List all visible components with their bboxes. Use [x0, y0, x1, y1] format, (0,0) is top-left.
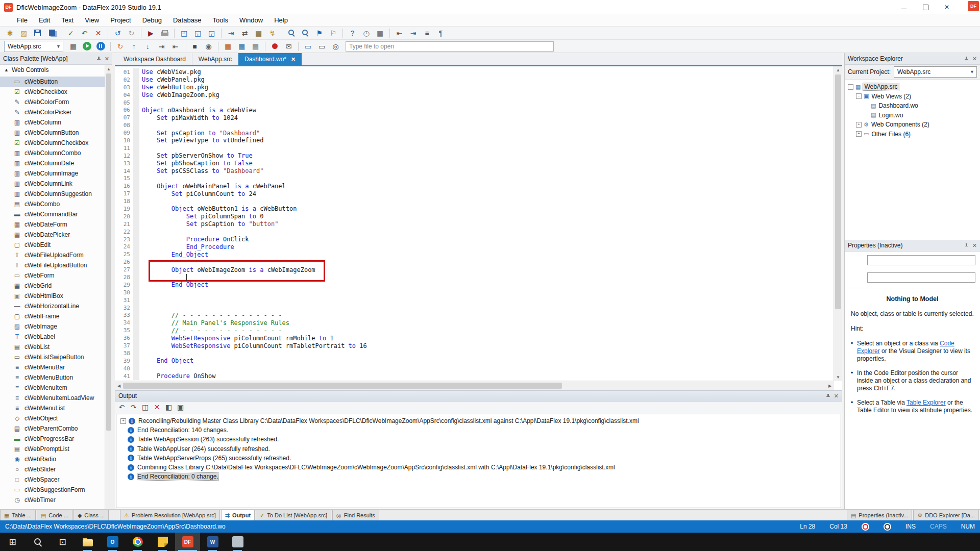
palette-item-cweblist[interactable]: ▤cWebList — [0, 342, 105, 352]
open-file-button[interactable]: ▨ — [17, 28, 30, 39]
code-line[interactable]: 32 — [115, 304, 834, 312]
quick-action-button[interactable]: ↯ — [266, 28, 279, 39]
browser-button[interactable]: ▭ — [315, 41, 328, 52]
tile-horizontal-button[interactable]: ◱ — [191, 28, 204, 39]
tree-item-web-views-2-[interactable]: -▣Web Views (2) — [845, 92, 980, 102]
code-line[interactable]: 24 End_Procedure — [115, 243, 834, 251]
menu-item-help[interactable]: Help — [268, 15, 293, 26]
editor-tab-workspace-dashboard[interactable]: Workspace Dashboard — [117, 53, 192, 65]
output-line[interactable]: iEnd Reconciliation: 140 changes. — [116, 425, 841, 435]
output-line[interactable]: iCombining Class Library C:\Data\DataFle… — [116, 463, 841, 472]
code-line[interactable]: 41 Procedure OnShow — [115, 372, 834, 380]
menu-item-view[interactable]: View — [79, 15, 105, 26]
scroll-right-icon[interactable]: ▶ — [826, 384, 834, 388]
palette-group-web-controls[interactable]: ▲ Web Controls — [0, 65, 112, 75]
tab-ddo-explorer[interactable]: ⚙DDO Explorer [Da... — [913, 510, 979, 521]
tree-item-login-wo[interactable]: ▤Login.wo — [845, 111, 980, 120]
palette-item-cwebprogressbar[interactable]: ▬cWebProgressBar — [0, 434, 105, 444]
code-line[interactable]: 35 // - - - - - - - - - - - - - - — [115, 327, 834, 334]
pin-icon[interactable] — [96, 56, 101, 61]
code-line[interactable]: 25 End_Object — [115, 251, 834, 258]
help-button[interactable]: ? — [346, 28, 359, 39]
code-line[interactable]: 22 — [115, 228, 834, 236]
code-line[interactable]: 21 Set psCaption to "button" — [115, 220, 834, 228]
corner-red-icon[interactable]: DF — [968, 1, 979, 11]
pin-icon[interactable] — [964, 243, 969, 248]
preview-button[interactable]: ▭ — [302, 41, 314, 52]
output-line[interactable]: iTable WebAppUser (264) successfully ref… — [116, 444, 841, 454]
tree-expander-icon[interactable]: + — [856, 131, 862, 137]
search-button[interactable] — [25, 533, 50, 551]
output-prev-button[interactable]: ↶ — [116, 403, 127, 412]
outdent-button[interactable]: ⇤ — [393, 28, 406, 39]
tree-expander-icon[interactable]: - — [848, 84, 853, 90]
output-line[interactable]: iEnd Reconciliation: 0 change. — [116, 472, 841, 481]
menu-item-edit[interactable]: Edit — [33, 15, 56, 26]
database-button[interactable]: ▦ — [252, 28, 265, 39]
code-line[interactable]: 19 Object oWebButton1 is a cWebButton — [115, 205, 834, 213]
pin-icon[interactable] — [964, 56, 969, 61]
check-syntax-button[interactable]: ✓ — [64, 28, 77, 39]
tree-item-webapp-src[interactable]: -▦WebApp.src — [845, 82, 980, 92]
close-icon[interactable]: ✕ — [972, 56, 977, 62]
menu-item-window[interactable]: Window — [234, 15, 268, 26]
find-button[interactable] — [285, 28, 298, 39]
pause-button[interactable] — [94, 41, 107, 52]
code-line[interactable]: 02Use cWebPanel.pkg — [115, 76, 834, 84]
menu-item-file[interactable]: File — [11, 15, 33, 26]
menu-item-tools[interactable]: Tools — [207, 15, 234, 26]
palette-item-cwebcolumnsuggestion[interactable]: ▥cWebColumnSuggestion — [0, 189, 105, 199]
tab-problem-resolution[interactable]: ⚠Problem Resolution [WebApp.src] — [120, 510, 220, 521]
new-file-button[interactable]: ✱ — [4, 28, 16, 39]
tab-properties[interactable]: ▤Properties (Inactiv... — [847, 510, 912, 521]
comment-button[interactable]: ≡ — [421, 28, 433, 39]
code-line[interactable]: 33 // - - - - - - - - - - - - - - — [115, 312, 834, 319]
code-pane[interactable]: 01Use cWebView.pkg02Use cWebPanel.pkg03U… — [115, 66, 834, 381]
code-line[interactable]: 34 // Main Panel's Responsive Rules — [115, 319, 834, 327]
property-object-field[interactable] — [867, 255, 975, 265]
sync-button[interactable]: ⇄ — [238, 28, 251, 39]
tile-vertical-button[interactable]: ◲ — [205, 28, 218, 39]
editor-tab-dashboard-wo-[interactable]: Dashboard.wo*✕ — [238, 53, 302, 65]
current-project-combo[interactable]: WebApp.src ▼ — [894, 66, 977, 78]
cascade-windows-button[interactable]: ◰ — [178, 28, 190, 39]
record-button[interactable]: ◉ — [202, 41, 215, 52]
output-copy-all-button[interactable]: ◧ — [163, 403, 174, 412]
format-button[interactable]: ¶ — [434, 28, 447, 39]
palette-item-cweblistswipebutton[interactable]: ▭cWebListSwipeButton — [0, 352, 105, 362]
palette-scrollbar[interactable]: ▲ — [105, 65, 112, 509]
maximize-button[interactable] — [915, 0, 936, 14]
menu-item-project[interactable]: Project — [105, 15, 136, 26]
code-line[interactable]: 10 Set peViewType to vtUndefined — [115, 137, 834, 144]
palette-item-cwebcolumnbutton[interactable]: ▥cWebColumnButton — [0, 128, 105, 138]
word-icon[interactable]: W — [200, 533, 225, 551]
palette-item-cwebmenubutton[interactable]: ≡cWebMenuButton — [0, 372, 105, 383]
tree-item-other-files-6-[interactable]: +▭Other Files (6) — [845, 130, 980, 139]
print-button[interactable] — [158, 28, 171, 39]
menu-item-text[interactable]: Text — [56, 15, 79, 26]
project-combo[interactable]: WebApp.src ▼ — [4, 41, 63, 52]
palette-item-cwebcommandbar[interactable]: ▬cWebCommandBar — [0, 209, 105, 219]
save-all-button[interactable] — [45, 28, 58, 39]
palette-item-cwebfileuploadform[interactable]: ⇧cWebFileUploadForm — [0, 250, 105, 260]
tab-output[interactable]: ⇉Output — [221, 510, 255, 521]
palette-item-cwebmenulist[interactable]: ≡cWebMenuList — [0, 403, 105, 413]
output-line[interactable]: +iReconciling/Rebuilding Master Class Li… — [116, 416, 841, 425]
expand-icon[interactable]: + — [120, 418, 126, 424]
palette-item-cweblabel[interactable]: TcWebLabel — [0, 332, 105, 342]
step-out-button[interactable]: ⇤ — [169, 41, 182, 52]
code-line[interactable]: 03Use cWebButton.pkg — [115, 84, 834, 91]
palette-item-cwebdatepicker[interactable]: ▦cWebDatePicker — [0, 230, 105, 240]
redo-button[interactable]: ↻ — [125, 28, 138, 39]
palette-item-cwebbutton[interactable]: ▭cWebButton — [0, 77, 105, 87]
pin-icon[interactable] — [826, 393, 830, 398]
code-line[interactable]: 14 Set psCSSClass to "Dashboard" — [115, 167, 834, 175]
palette-item-cwebfileuploadbutton[interactable]: ⇧cWebFileUploadButton — [0, 260, 105, 270]
file-open-input[interactable] — [346, 41, 554, 52]
code-line[interactable]: 36 WebSetResponsive piColumnCount rmMobi… — [115, 334, 834, 342]
code-line[interactable]: 38 — [115, 349, 834, 357]
code-line[interactable]: 37 WebSetResponsive piColumnCount rmTabl… — [115, 342, 834, 349]
palette-item-cwebcolorform[interactable]: ✎cWebColorForm — [0, 97, 105, 107]
register-object-button[interactable]: ▦ — [67, 41, 80, 52]
table-editor-button[interactable]: ▦ — [222, 41, 234, 52]
